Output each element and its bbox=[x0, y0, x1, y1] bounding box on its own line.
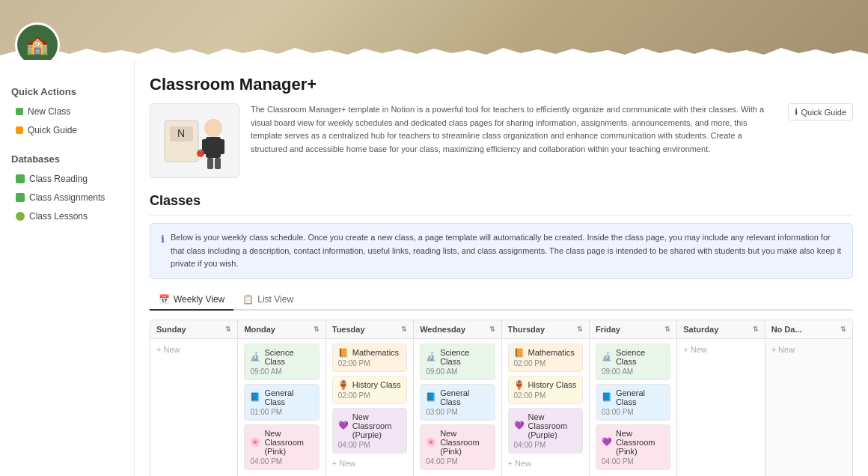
db-lessons-label: Class Lessons bbox=[29, 211, 88, 222]
tuesday-cell: 📙 Mathematics 02:00 PM 🏺 History Class 0… bbox=[326, 339, 413, 476]
new-class-action[interactable]: New Class bbox=[11, 103, 123, 120]
main-content: Classroom Manager+ N bbox=[135, 60, 868, 476]
history2-emoji: 🏺 bbox=[514, 380, 525, 390]
databases-section: Databases Class Reading Class Assignment… bbox=[11, 153, 123, 225]
tuesday-card-3[interactable]: 💜 New Classroom (Purple) 04:00 PM bbox=[332, 408, 407, 454]
saturday-header: Saturday ⇅ bbox=[677, 320, 764, 338]
wednesday-card2-time: 03:00 PM bbox=[426, 408, 489, 416]
saturday-cell: + New bbox=[677, 339, 764, 476]
purple-emoji: 💜 bbox=[338, 421, 349, 430]
tab-list-view[interactable]: 📋 List View bbox=[233, 290, 302, 311]
weekly-view-label: Weekly View bbox=[174, 294, 224, 305]
friday-cell: 🔬 Science Class 09:00 AM 📘 General Class… bbox=[590, 339, 676, 476]
wednesday-card1-time: 09:00 AM bbox=[426, 367, 489, 376]
sunday-label: Sunday bbox=[156, 325, 186, 334]
no-date-cell: + New bbox=[765, 339, 852, 476]
math-emoji: 📙 bbox=[338, 348, 349, 358]
friday-header: Friday ⇅ bbox=[590, 320, 676, 338]
monday-card-2[interactable]: 📘 General Class 01:00 PM bbox=[244, 384, 319, 421]
thursday-card-3[interactable]: 💜 New Classroom (Purple) 04:00 PM bbox=[508, 408, 583, 454]
tuesday-card-1[interactable]: 📙 Mathematics 02:00 PM bbox=[332, 344, 407, 372]
sort-icon: ⇅ bbox=[401, 326, 407, 333]
db-assignments-label: Class Assignments bbox=[29, 192, 105, 203]
friday-card-1[interactable]: 🔬 Science Class 09:00 AM bbox=[596, 344, 670, 380]
tuesday-new-btn[interactable]: + New bbox=[332, 457, 407, 469]
friday-card-3[interactable]: 💜 New Classroom (Pink) 04:00 PM bbox=[596, 424, 670, 470]
wednesday-card-2[interactable]: 📘 General Class 03:00 PM bbox=[420, 384, 495, 421]
svg-rect-10 bbox=[200, 149, 201, 152]
thursday-header: Thursday ⇅ bbox=[502, 320, 589, 338]
monday-card-3[interactable]: 🌸 New Classroom (Pink) 04:00 PM bbox=[244, 424, 319, 470]
databases-title: Databases bbox=[11, 153, 123, 165]
sort-icon: ⇅ bbox=[840, 326, 846, 333]
saturday-new-btn[interactable]: + New bbox=[683, 344, 758, 356]
thursday-card3-title: New Classroom (Purple) bbox=[528, 412, 577, 439]
wednesday-label: Wednesday bbox=[420, 325, 465, 334]
tab-weekly-view[interactable]: 📅 Weekly View bbox=[150, 290, 233, 311]
svg-text:N: N bbox=[177, 127, 185, 139]
quick-guide-action[interactable]: Quick Guide bbox=[11, 122, 123, 138]
quick-guide-label: Quick Guide bbox=[28, 125, 77, 135]
db-class-lessons[interactable]: Class Lessons bbox=[11, 208, 123, 225]
sunday-new-btn[interactable]: + New bbox=[156, 344, 231, 356]
thursday-card1-time: 02:00 PM bbox=[514, 359, 577, 367]
sidebar: Quick Actions New Class Quick Guide Data… bbox=[0, 60, 135, 476]
quick-actions-title: Quick Actions bbox=[11, 86, 123, 97]
classes-section: Classes ℹ Below is your weekly class sch… bbox=[150, 193, 853, 476]
view-tabs: 📅 Weekly View 📋 List View bbox=[150, 290, 853, 311]
list-view-label: List View bbox=[257, 294, 293, 305]
db-class-assignments[interactable]: Class Assignments bbox=[11, 189, 123, 206]
thursday-card3-time: 04:00 PM bbox=[514, 441, 577, 449]
sort-icon: ⇅ bbox=[577, 326, 583, 333]
quick-guide-button[interactable]: ℹ Quick Guide bbox=[788, 103, 853, 120]
tuesday-card-2[interactable]: 🏺 History Class 02:00 PM bbox=[332, 376, 407, 404]
thursday-card-1[interactable]: 📙 Mathematics 02:00 PM bbox=[508, 344, 583, 372]
description-box: N The Classroom Manager+ template in Not… bbox=[150, 103, 853, 178]
db-class-reading[interactable]: Class Reading bbox=[11, 171, 123, 187]
monday-card1-time: 09:00 AM bbox=[250, 367, 313, 376]
science3-emoji: 🔬 bbox=[602, 352, 612, 361]
friday-card2-time: 03:00 PM bbox=[602, 408, 664, 416]
info-icon: ℹ bbox=[161, 232, 165, 271]
sort-icon: ⇅ bbox=[489, 326, 495, 333]
svg-rect-7 bbox=[207, 158, 213, 169]
friday-label: Friday bbox=[596, 325, 620, 334]
wednesday-card-3[interactable]: 🌸 New Classroom (Pink) 04:00 PM bbox=[420, 424, 495, 470]
sort-icon: ⇅ bbox=[314, 326, 320, 333]
no-date-header: No Da... ⇅ bbox=[765, 320, 852, 338]
no-date-new-btn[interactable]: + New bbox=[771, 344, 846, 356]
info-circle-icon: ℹ bbox=[795, 107, 798, 117]
db-reading-icon bbox=[16, 174, 25, 183]
science-emoji: 🔬 bbox=[250, 352, 260, 361]
pink2-emoji: 🌸 bbox=[426, 437, 436, 447]
quick-guide-btn-label: Quick Guide bbox=[801, 108, 846, 117]
description-text: The Classroom Manager+ template in Notio… bbox=[251, 103, 777, 156]
thursday-new-btn[interactable]: + New bbox=[508, 457, 583, 469]
svg-rect-8 bbox=[215, 158, 221, 169]
new-class-label: New Class bbox=[28, 106, 70, 117]
friday-card-2[interactable]: 📘 General Class 03:00 PM bbox=[596, 384, 670, 421]
sort-icon: ⇅ bbox=[753, 326, 759, 333]
tuesday-card2-title: History Class bbox=[352, 380, 401, 389]
friday-card1-title: Science Class bbox=[616, 348, 664, 366]
science2-emoji: 🔬 bbox=[426, 352, 436, 361]
quick-guide-icon bbox=[16, 126, 23, 134]
thursday-card1-title: Mathematics bbox=[528, 348, 575, 357]
illustration: N bbox=[150, 103, 239, 178]
new-class-icon bbox=[16, 108, 23, 115]
thursday-label: Thursday bbox=[508, 325, 545, 334]
monday-card-1[interactable]: 🔬 Science Class 09:00 AM bbox=[244, 344, 319, 380]
friday-card2-title: General Class bbox=[616, 388, 664, 406]
thursday-card2-time: 02:00 PM bbox=[514, 391, 577, 400]
sunday-header: Sunday ⇅ bbox=[150, 320, 237, 338]
logo: 🏫 bbox=[15, 22, 60, 60]
wednesday-card1-title: Science Class bbox=[440, 348, 489, 366]
wednesday-card2-title: General Class bbox=[440, 388, 489, 406]
friday-card1-time: 09:00 AM bbox=[602, 367, 664, 376]
wednesday-card-1[interactable]: 🔬 Science Class 09:00 AM bbox=[420, 344, 495, 380]
math2-emoji: 📙 bbox=[514, 348, 525, 358]
tuesday-card2-time: 02:00 PM bbox=[338, 391, 401, 400]
thursday-card-2[interactable]: 🏺 History Class 02:00 PM bbox=[508, 376, 583, 404]
svg-point-3 bbox=[204, 119, 222, 137]
sort-icon: ⇅ bbox=[225, 326, 231, 333]
